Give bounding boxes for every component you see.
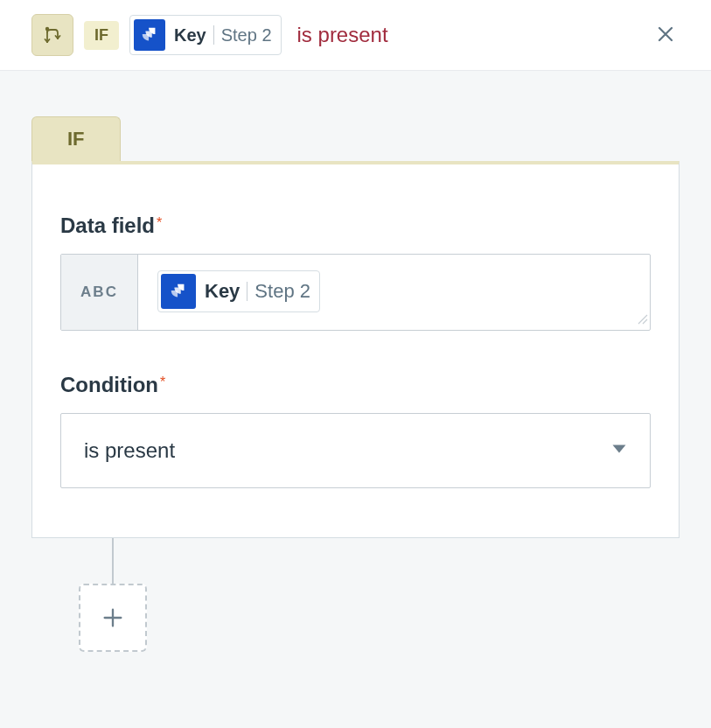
condition-select-value: is present (84, 438, 175, 463)
chip-divider (213, 25, 214, 45)
jira-icon (134, 19, 165, 51)
chevron-down-icon (611, 441, 627, 460)
abc-prefix-icon: ABC (61, 255, 138, 330)
data-field-label: Data field (60, 214, 155, 238)
resize-handle-icon[interactable] (636, 312, 648, 328)
content-area: IF Data field* ABC (0, 116, 711, 652)
chip-step-label: Step 2 (221, 25, 272, 46)
chip-key-label: Key (205, 280, 240, 303)
header-field-chip: Key Step 2 (129, 15, 282, 55)
tab-if[interactable]: IF (31, 116, 121, 161)
connector-line (112, 538, 114, 584)
chip-key-label: Key (174, 25, 206, 46)
branch-icon (31, 14, 73, 56)
data-field-chip[interactable]: Key Step 2 (157, 270, 320, 312)
condition-select[interactable]: is present (60, 413, 651, 488)
jira-icon (161, 274, 196, 309)
condition-header: IF Key Step 2 is present (0, 0, 711, 71)
close-icon (655, 24, 676, 45)
chip-container[interactable]: Key Step 2 (138, 255, 650, 330)
add-step-button[interactable] (79, 584, 147, 652)
header-condition-text: is present (297, 23, 388, 47)
required-indicator: * (157, 215, 162, 230)
tab-row: IF (31, 116, 680, 161)
condition-panel: Data field* ABC Key (31, 161, 680, 538)
plus-icon (101, 606, 125, 630)
chip-step-label: Step 2 (254, 280, 310, 303)
close-button[interactable] (652, 20, 680, 51)
data-field-input[interactable]: ABC Key Step 2 (60, 254, 651, 331)
condition-label: Condition (60, 373, 158, 397)
if-badge: IF (84, 21, 119, 50)
chip-divider (247, 282, 247, 301)
condition-field-group: Condition* is present (60, 373, 651, 488)
data-field-group: Data field* ABC Key (60, 214, 651, 331)
required-indicator: * (160, 374, 165, 389)
